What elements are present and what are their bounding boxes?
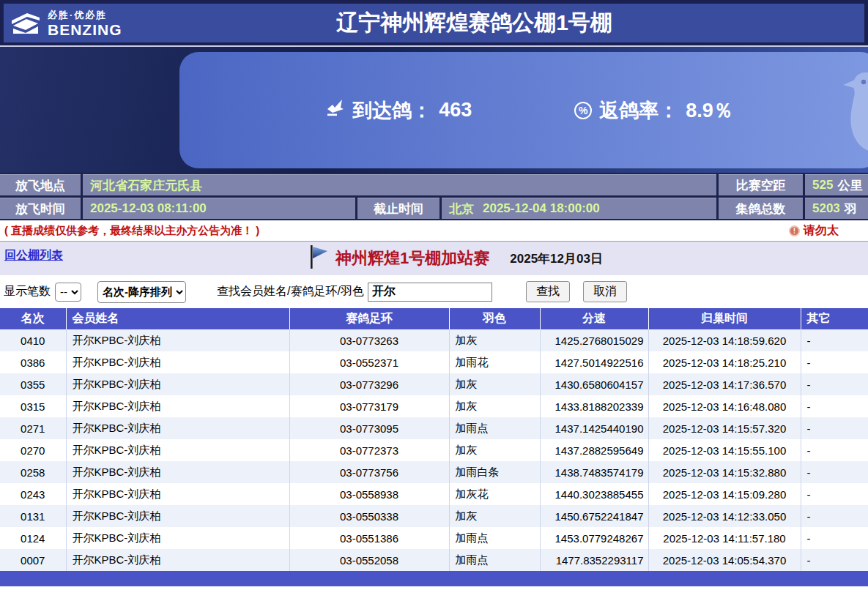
table-cell: 开尔KPBC-刘庆柏 <box>66 483 289 505</box>
column-header: 其它 <box>801 308 868 329</box>
table-cell: - <box>801 395 868 417</box>
table-cell: 1427.5014922516 <box>540 351 648 373</box>
controls-bar: 显示笔数 -- 名次-降序排列 查找会员姓名/赛鸽足环/羽色 查找 取消 <box>0 275 868 308</box>
table-cell: 开尔KPBC-刘庆柏 <box>66 461 289 483</box>
return-rate-value: 8.9％ <box>686 97 733 124</box>
table-cell: 加灰 <box>449 329 540 351</box>
table-cell: 03-0558938 <box>289 483 449 505</box>
back-to-loft-list-link[interactable]: 回公棚列表 <box>4 248 63 264</box>
table-cell: 加雨点 <box>449 549 540 571</box>
deadline-value: 北京 2025-12-04 18:00:00 <box>442 198 716 219</box>
table-cell: 加灰 <box>449 505 540 527</box>
table-cell: 开尔KPBC-刘庆柏 <box>66 373 289 395</box>
deadline-label: 截止时间 <box>357 198 439 219</box>
total-unit: 羽 <box>845 201 857 217</box>
table-cell: 加灰 <box>449 395 540 417</box>
search-label: 查找会员姓名/赛鸽足环/羽色 <box>217 284 364 299</box>
table-cell: 0271 <box>0 417 66 439</box>
table-cell: 2025-12-03 14:15:09.280 <box>648 483 801 505</box>
pigeon-silhouette <box>836 70 868 168</box>
table-cell: 加雨点 <box>449 417 540 439</box>
table-cell: 1433.8188202339 <box>540 395 648 417</box>
return-rate-stat: % 返鸽率： 8.9％ <box>574 97 733 124</box>
table-cell: 开尔KPBC-刘庆柏 <box>66 417 289 439</box>
table-cell: 0131 <box>0 505 66 527</box>
release-time-label: 放飞时间 <box>0 198 81 219</box>
table-row: 0386开尔KPBC-刘庆柏03-0552371加雨花1427.50149225… <box>0 351 868 373</box>
distance-label: 比赛空距 <box>719 174 803 195</box>
table-cell: 03-0773296 <box>289 373 449 395</box>
table-cell: - <box>801 549 868 571</box>
header-row: 名次会员姓名赛鸽足环羽色分速归巢时间其它 <box>0 308 868 329</box>
release-time-value: 2025-12-03 08:11:00 <box>83 198 355 219</box>
cancel-button[interactable]: 取消 <box>583 281 627 302</box>
table-cell: - <box>801 439 868 461</box>
search-input[interactable] <box>368 283 492 302</box>
table-cell: 0410 <box>0 329 66 351</box>
rows-count-select[interactable]: -- <box>55 283 81 302</box>
table-cell: 03-0552371 <box>289 351 449 373</box>
table-cell: - <box>801 417 868 439</box>
table-cell: 0386 <box>0 351 66 373</box>
race-info-table: 放飞地点 河北省石家庄元氏县 比赛空距 525 公里 放飞时间 2025-12-… <box>0 173 868 220</box>
search-button[interactable]: 查找 <box>526 281 570 302</box>
table-cell: 1477.8352293117 <box>540 549 648 571</box>
benzing-logo: 必胜·优必胜 BENZING <box>4 9 216 37</box>
table-cell: 1450.6752241847 <box>540 505 648 527</box>
alert-circle-icon: ! <box>789 225 800 236</box>
column-header: 会员姓名 <box>66 308 289 329</box>
table-cell: - <box>801 505 868 527</box>
arrived-label: 到达鸽： <box>352 97 431 124</box>
table-cell: 2025-12-03 14:18:25.210 <box>648 351 801 373</box>
race-title-line: 神州辉煌1号棚加站赛 2025年12月03日 <box>265 244 603 272</box>
table-cell: 03-0551386 <box>289 527 449 549</box>
dove-landing-icon <box>326 98 345 122</box>
race-date: 2025年12月03日 <box>510 250 603 267</box>
table-row: 0258开尔KPBC-刘庆柏03-0773756加雨白条1438.7483574… <box>0 461 868 483</box>
table-cell: - <box>801 461 868 483</box>
results-table: 名次会员姓名赛鸽足环羽色分速归巢时间其它 0410开尔KPBC-刘庆柏03-07… <box>0 308 868 571</box>
sort-order-select[interactable]: 名次-降序排列 <box>97 281 186 303</box>
notice-text: ( 直播成绩仅供参考，最终结果以主办方公告为准！ ) <box>0 224 259 238</box>
table-cell: - <box>801 483 868 505</box>
table-row: 0410开尔KPBC-刘庆柏03-0773263加灰1425.276801502… <box>0 329 868 351</box>
table-cell: 03-0552058 <box>289 549 449 571</box>
table-cell: 2025-12-03 14:16:48.080 <box>648 395 801 417</box>
race-title: 神州辉煌1号棚加站赛 <box>335 247 489 269</box>
table-cell: 加灰 <box>449 439 540 461</box>
table-cell: 0258 <box>0 461 66 483</box>
deadline-time: 2025-12-04 18:00:00 <box>483 201 600 216</box>
stats-banner: 到达鸽： 463 % 返鸽率： 8.9％ <box>0 47 868 173</box>
table-cell: 开尔KPBC-刘庆柏 <box>66 439 289 461</box>
table-row: 0124开尔KPBC-刘庆柏03-0551386加雨点1453.07792482… <box>0 527 868 549</box>
table-cell: 开尔KPBC-刘庆柏 <box>66 527 289 549</box>
table-row: 0270开尔KPBC-刘庆柏03-0772373加灰1437.288259564… <box>0 439 868 461</box>
table-cell: 03-0773756 <box>289 461 449 483</box>
logo-line1: 必胜·优必胜 <box>48 9 122 22</box>
table-cell: 2025-12-03 14:05:54.370 <box>648 549 801 571</box>
table-cell: 03-0773179 <box>289 395 449 417</box>
release-place-label: 放飞地点 <box>0 174 81 195</box>
column-header: 名次 <box>0 308 66 329</box>
notice-marquee: ! 请勿太 <box>789 223 868 239</box>
table-cell: 开尔KPBC-刘庆柏 <box>66 329 289 351</box>
table-cell: - <box>801 527 868 549</box>
distance-number: 525 <box>812 178 833 193</box>
release-place-value: 河北省石家庄元氏县 <box>83 174 716 195</box>
results-body: 0410开尔KPBC-刘庆柏03-0773263加灰1425.276801502… <box>0 329 868 571</box>
results-header: 名次会员姓名赛鸽足环羽色分速归巢时间其它 <box>0 308 868 329</box>
total-number: 5203 <box>812 201 840 216</box>
logo-text: 必胜·优必胜 BENZING <box>48 9 122 37</box>
table-cell: 03-0550338 <box>289 505 449 527</box>
table-cell: 1438.7483574179 <box>540 461 648 483</box>
table-row: 0131开尔KPBC-刘庆柏03-0550338加灰1450.675224184… <box>0 505 868 527</box>
table-cell: 1430.6580604157 <box>540 373 648 395</box>
table-cell: 03-0773095 <box>289 417 449 439</box>
stats-panel: 到达鸽： 463 % 返鸽率： 8.9％ <box>179 52 868 168</box>
marquee-text: 请勿太 <box>804 223 839 239</box>
table-cell: 1440.3023885455 <box>540 483 648 505</box>
table-cell: 2025-12-03 14:12:33.050 <box>648 505 801 527</box>
column-header: 归巢时间 <box>648 308 801 329</box>
table-cell: 开尔KPBC-刘庆柏 <box>66 505 289 527</box>
table-cell: 开尔KPBC-刘庆柏 <box>66 351 289 373</box>
